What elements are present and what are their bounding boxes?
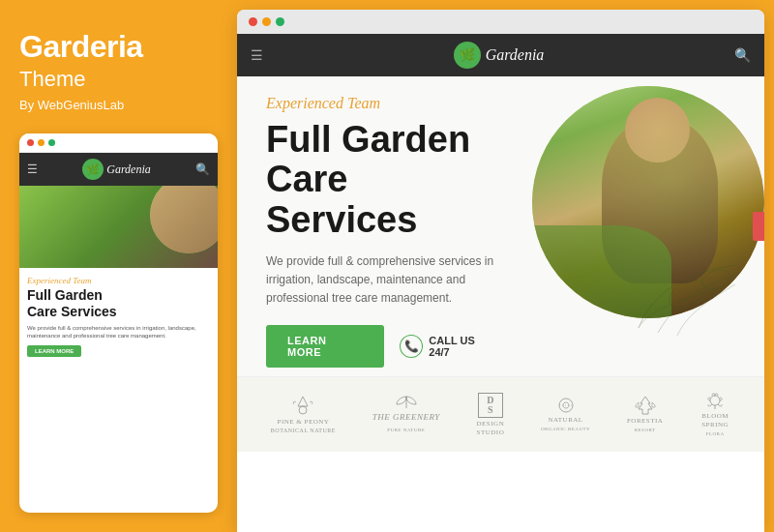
hero-text-block: Experienced Team Full Garden Care Servic… [237,76,527,376]
desktop-logo-text: Gardenia [486,46,545,64]
hero-actions: LEARN MORE 📞 CALL US 24/7 [266,325,498,368]
logo-pine-peony-text: PINE & PEONYBOTANICAL NATURE [271,418,336,435]
phone-icon: 📞 [400,335,423,358]
learn-more-button[interactable]: LEARN MORE [266,325,384,368]
mobile-content: Experienced Team Full GardenCare Service… [19,268,218,513]
logo-natural: NATURALORGANIC BEAUTY [541,397,590,433]
hero-body-text: We provide full & comprehensive services… [266,252,498,309]
logos-strip: PINE & PEONYBOTANICAL NATURE the greener… [237,376,764,452]
call-us-link[interactable]: 📞 CALL US 24/7 [400,335,497,358]
hero-heading-line1: Full Garden [266,119,470,160]
mobile-hero-circle-inner [150,186,218,253]
browser-dot-red [249,17,257,26]
call-us-label: CALL US 24/7 [429,335,497,358]
brand-author: By WebGeniusLab [19,98,218,112]
greenery-icon [392,395,421,410]
mobile-logo-text: Gardenia [106,163,151,177]
hero-section: Experienced Team Full Garden Care Servic… [237,76,764,376]
hero-heading-line2: Care Services [266,159,417,240]
desktop-search-icon[interactable]: 🔍 [734,47,751,64]
logo-greenery-text: the greeneryPURE NATURE [372,412,440,434]
mobile-hero-body: We provide full & comprehensive services… [27,324,210,340]
mobile-learn-more-button[interactable]: LEARN MORE [27,345,81,357]
desktop-hamburger-icon[interactable]: ☰ [251,47,263,64]
logo-pine-peony: PINE & PEONYBOTANICAL NATURE [271,395,336,435]
mobile-dot-green [48,139,55,146]
left-panel: Garderia Theme By WebGeniusLab ☰ 🌿 Garde… [0,0,237,532]
mobile-preview: ☰ 🌿 Gardenia 🔍 Experienced Team Full Gar… [19,133,218,513]
mobile-logo-circle: 🌿 [82,159,104,180]
mobile-navbar: ☰ 🌿 Gardenia 🔍 [19,153,218,186]
bloom-spring-icon [700,391,730,410]
mobile-dot-red [27,139,34,146]
logo-bloom-spring: BLOOMSPRINGFLORA [700,391,730,438]
logo-forestia: FORESTIARESORT [627,396,663,434]
ds-box: D S [478,393,503,418]
leaf-decoration-svg [629,260,745,338]
mobile-browser-bar [19,133,218,153]
hero-heading: Full Garden Care Services [266,120,498,241]
desktop-navbar: ☰ 🌿 Gardenia 🔍 [237,34,764,76]
browser-dot-green [276,17,284,26]
desktop-browser-bar [237,10,764,34]
svg-point-5 [710,396,720,405]
forestia-icon [631,396,660,415]
mobile-hero-image [19,186,218,268]
mobile-hamburger-icon[interactable]: ☰ [27,163,38,177]
ds-letter-s: S [488,405,493,415]
desktop-logo-circle: 🌿 [454,42,481,69]
brand-title: Garderia [19,29,218,65]
browser-dot-yellow [262,17,271,26]
desktop-main-content: Experienced Team Full Garden Care Servic… [237,76,764,532]
logo-natural-text: NATURALORGANIC BEAUTY [541,416,590,433]
mobile-dot-yellow [38,139,45,146]
logo-forestia-text: FORESTIARESORT [627,417,663,434]
desktop-logo: 🌿 Gardenia [273,42,725,69]
desktop-preview: ☰ 🌿 Gardenia 🔍 Experienced Team Full Gar… [237,10,764,532]
scroll-indicator [753,212,764,241]
natural-icon [551,397,580,414]
logo-bloom-spring-text: BLOOMSPRINGFLORA [701,412,729,438]
mobile-hero-heading: Full GardenCare Services [27,287,210,320]
hero-script: Experienced Team [266,95,498,112]
pine-peony-icon [288,395,317,416]
mobile-logo: 🌿 Gardenia [44,159,190,180]
logo-design-studio: D S DESIGNSTUDIO [477,393,505,437]
mobile-search-icon[interactable]: 🔍 [195,163,210,177]
logo-ds-text: DESIGNSTUDIO [477,420,505,437]
svg-point-2 [299,406,307,414]
brand-subtitle: Theme [19,67,218,92]
mobile-hero-script: Experienced Team [27,276,210,285]
hero-image-side [532,86,745,347]
logo-greenery: the greeneryPURE NATURE [372,395,440,434]
mobile-hero-circle [150,186,218,253]
